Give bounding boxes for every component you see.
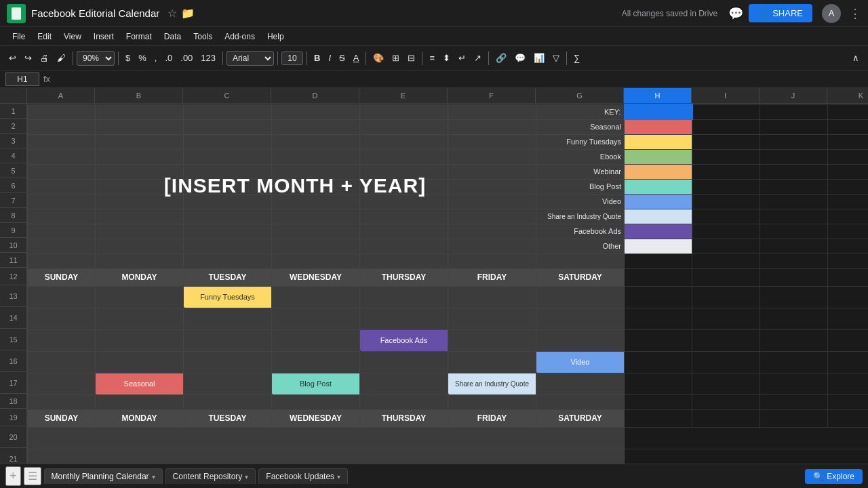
cell-e18[interactable]: [360, 394, 448, 409]
cell-c3[interactable]: [184, 134, 272, 149]
cell-h7-video[interactable]: [625, 194, 692, 209]
tab-content-repo[interactable]: Content Repository ▾: [165, 468, 256, 484]
cell-a8[interactable]: [28, 209, 96, 224]
cell-f18[interactable]: [448, 394, 536, 409]
cell-j2[interactable]: [760, 119, 828, 134]
row-num-18[interactable]: 18: [0, 394, 27, 409]
cell-f9[interactable]: [448, 224, 536, 239]
chat-icon[interactable]: 💬: [728, 6, 743, 21]
cell-b16[interactable]: [96, 351, 184, 373]
cell-d19-wed[interactable]: WEDNESDAY: [272, 409, 360, 427]
cell-g5[interactable]: Webinar: [536, 164, 625, 179]
cell-d7[interactable]: [272, 194, 360, 209]
cell-a19-sun[interactable]: SUNDAY: [28, 409, 96, 427]
cell-c12-tue[interactable]: TUESDAY: [184, 268, 272, 286]
cell-j11[interactable]: [760, 253, 828, 268]
menu-addons[interactable]: Add-ons: [219, 30, 260, 43]
cell-a17[interactable]: [28, 373, 96, 394]
cell-d18[interactable]: [272, 394, 360, 409]
cell-b7[interactable]: [96, 194, 184, 209]
cell-f8[interactable]: [448, 209, 536, 224]
formula-input[interactable]: [54, 75, 863, 84]
cell-j16[interactable]: [760, 351, 828, 373]
cell-a18[interactable]: [28, 394, 96, 409]
cell-g9[interactable]: Facebook Ads: [536, 224, 625, 239]
redo-button[interactable]: ↪: [21, 51, 35, 65]
cell-c6[interactable]: [184, 179, 272, 194]
col-header-c[interactable]: C: [183, 88, 271, 103]
cell-h3-funny[interactable]: [625, 134, 692, 149]
menu-insert[interactable]: Insert: [88, 30, 119, 43]
share-button[interactable]: 👤 SHARE: [749, 4, 812, 22]
row-num-12[interactable]: 12: [0, 268, 27, 285]
cell-g3[interactable]: Funny Tuesdays: [536, 134, 625, 149]
cell-a9[interactable]: [28, 224, 96, 239]
wrap-button[interactable]: ↵: [455, 51, 469, 65]
cell-c15[interactable]: [184, 329, 272, 351]
cell-f4[interactable]: [448, 149, 536, 164]
row-num-15[interactable]: 15: [0, 329, 27, 350]
cell-i18[interactable]: [692, 394, 760, 409]
cell-j9[interactable]: [760, 224, 828, 239]
cell-f19-fri[interactable]: FRIDAY: [448, 409, 536, 427]
cell-i13[interactable]: [692, 286, 760, 308]
row-num-14[interactable]: 14: [0, 307, 27, 329]
cell-d10[interactable]: [272, 239, 360, 253]
cell-e14[interactable]: [360, 308, 448, 329]
fill-color-button[interactable]: 🎨: [370, 51, 387, 65]
cell-reference-input[interactable]: [5, 73, 39, 86]
cell-f2[interactable]: [448, 119, 536, 134]
cell-c14[interactable]: [184, 308, 272, 329]
tab-monthly-arrow[interactable]: ▾: [152, 473, 155, 481]
cell-h8-share[interactable]: [625, 209, 692, 224]
cell-i17[interactable]: [692, 373, 760, 394]
cell-e11[interactable]: [360, 253, 448, 268]
cell-j18[interactable]: [760, 394, 828, 409]
cell-e13[interactable]: [360, 286, 448, 308]
cell-a16[interactable]: [28, 351, 96, 373]
cell-j8[interactable]: [760, 209, 828, 224]
cell-i12[interactable]: [692, 268, 760, 286]
cell-d2[interactable]: [272, 119, 360, 134]
cell-g14[interactable]: [536, 308, 625, 329]
cell-h13[interactable]: [625, 286, 692, 308]
col-header-j[interactable]: J: [760, 88, 827, 103]
merge-cells-button[interactable]: ⊟: [404, 51, 418, 65]
add-sheet-button[interactable]: +: [5, 466, 21, 486]
cell-c7[interactable]: [184, 194, 272, 209]
valign-button[interactable]: ⬍: [439, 51, 454, 65]
cell-c13-funny[interactable]: Funny Tuesdays: [184, 286, 272, 308]
decimal-decrease-button[interactable]: .0: [161, 51, 176, 65]
rotate-button[interactable]: ↗: [471, 51, 485, 65]
row-num-7[interactable]: 7: [0, 193, 27, 208]
col-header-h[interactable]: H: [624, 88, 692, 103]
row-num-5[interactable]: 5: [0, 163, 27, 178]
cell-b2[interactable]: [96, 119, 184, 134]
cell-f1[interactable]: [448, 104, 536, 119]
cell-f7[interactable]: [448, 194, 536, 209]
cell-c1[interactable]: [184, 104, 272, 119]
cell-f6[interactable]: [448, 179, 536, 194]
cell-h12[interactable]: [625, 268, 692, 286]
cell-k13[interactable]: [828, 286, 869, 308]
row-num-4[interactable]: 4: [0, 148, 27, 163]
font-select[interactable]: Arial: [226, 51, 274, 66]
cell-e7[interactable]: [360, 194, 448, 209]
row-num-13[interactable]: 13: [0, 285, 27, 307]
cells-21[interactable]: [28, 449, 625, 464]
cell-b6[interactable]: [96, 179, 184, 194]
cell-k19[interactable]: [828, 409, 869, 427]
col-header-d[interactable]: D: [271, 88, 359, 103]
cell-k12[interactable]: [828, 268, 869, 286]
cell-f10[interactable]: [448, 239, 536, 253]
cell-c2[interactable]: [184, 119, 272, 134]
undo-button[interactable]: ↩: [5, 51, 20, 65]
cell-b4[interactable]: [96, 149, 184, 164]
cell-d8[interactable]: [272, 209, 360, 224]
cell-k14[interactable]: [828, 308, 869, 329]
cell-k3[interactable]: [828, 134, 869, 149]
cell-k8[interactable]: [828, 209, 869, 224]
cell-h10-other[interactable]: [625, 239, 692, 253]
cell-a4[interactable]: [28, 149, 96, 164]
cell-d4[interactable]: [272, 149, 360, 164]
